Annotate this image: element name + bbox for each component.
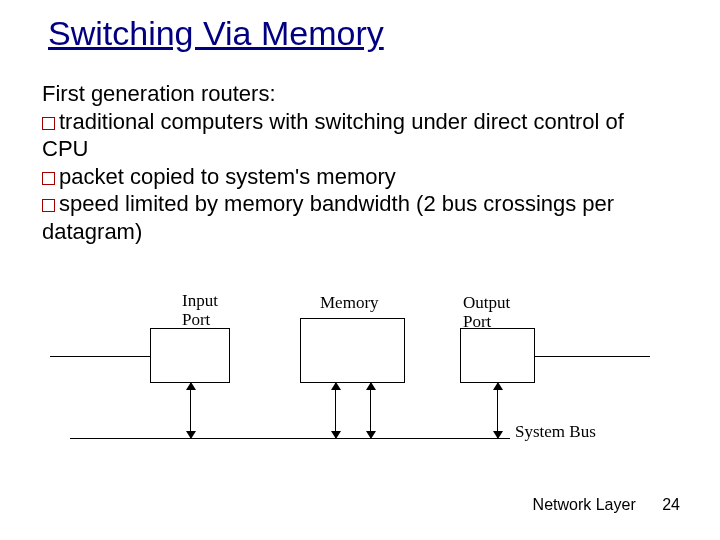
bullet-2: packet copied to system's memory (42, 163, 662, 191)
arrow-input-bus (190, 383, 191, 438)
arrow-memory-bus-1 (335, 383, 336, 438)
memory-box (300, 318, 405, 383)
bullet-1: traditional computers with switching und… (42, 108, 662, 163)
slide-title: Switching Via Memory (48, 14, 384, 53)
bullet-3: speed limited by memory bandwidth (2 bus… (42, 190, 662, 245)
intro-line: First generation routers: (42, 80, 662, 108)
arrow-output-bus (497, 383, 498, 438)
bullet-2-text: packet copied to system's memory (59, 164, 396, 189)
diagram: Input Port Memory Output Port System Bus (50, 288, 650, 448)
input-label-1: Input (182, 291, 218, 310)
output-label-2: Port (463, 312, 491, 331)
page-number: 24 (662, 496, 680, 513)
input-label-2: Port (182, 310, 210, 329)
arrow-memory-bus-2 (370, 383, 371, 438)
input-port-box (150, 328, 230, 383)
bullet-icon (42, 172, 55, 185)
system-bus-label: System Bus (515, 423, 596, 442)
bullet-3-text: speed limited by memory bandwidth (2 bus… (42, 191, 614, 244)
bullet-icon (42, 199, 55, 212)
footer: Network Layer 24 (533, 496, 680, 514)
footer-section: Network Layer (533, 496, 636, 513)
input-port-label: Input Port (182, 292, 242, 329)
body-text: First generation routers: traditional co… (42, 80, 662, 245)
system-bus-line (70, 438, 510, 439)
bullet-icon (42, 117, 55, 130)
output-port-box (460, 328, 535, 383)
output-port-label: Output Port (463, 294, 523, 331)
bullet-1-text: traditional computers with switching und… (42, 109, 624, 162)
output-label-1: Output (463, 293, 510, 312)
slide: Switching Via Memory First generation ro… (0, 0, 720, 540)
left-line (50, 356, 150, 357)
right-line (535, 356, 650, 357)
memory-label: Memory (320, 294, 379, 313)
